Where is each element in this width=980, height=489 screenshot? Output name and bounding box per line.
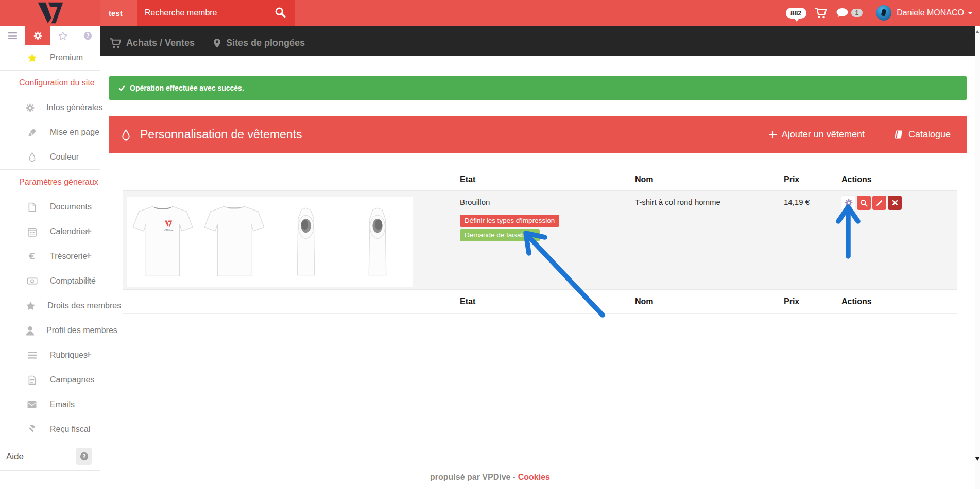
row-action-configure-button[interactable] — [841, 196, 855, 210]
gear-icon — [33, 31, 42, 40]
sidebar-heading-configuration: Configuration du site — [0, 70, 100, 95]
tab-settings[interactable] — [25, 26, 50, 45]
points-badge[interactable]: 882 — [786, 8, 806, 19]
demande-de-faisabilite-badge[interactable]: Demande de faisabilité — [460, 229, 540, 241]
sidebar-item-emails[interactable]: Emails — [0, 392, 100, 417]
cart-icon[interactable] — [815, 8, 827, 19]
cookies-link[interactable]: Cookies — [518, 473, 550, 481]
search-input[interactable] — [137, 0, 295, 26]
row-actions — [835, 191, 957, 289]
top-header: test 882 1 Daniele MONACO — [0, 0, 980, 26]
sidebar-heading-parametres: Paramètres géneraux — [0, 169, 100, 195]
tshirt-front-image: VPDive — [127, 197, 198, 287]
list-icon — [26, 352, 38, 359]
avatar[interactable] — [876, 5, 891, 21]
search-icon[interactable] — [274, 7, 286, 18]
plus-icon — [769, 131, 777, 138]
definir-types-impression-badge[interactable]: Définir les types d'impression — [460, 215, 559, 227]
user-name[interactable]: Daniele MONACO — [897, 8, 964, 18]
sidebar-item-mise-en-page[interactable]: Mise en page — [0, 120, 100, 145]
alert-text: Opération effectuée avec succès. — [130, 84, 244, 92]
row-action-view-button[interactable] — [857, 196, 871, 210]
help-button[interactable] — [76, 448, 92, 465]
sidebar-item-calendrier[interactable]: Calendrier — [0, 219, 100, 244]
sidebar-item-premium[interactable]: Premium — [0, 45, 100, 70]
breadcrumb-achats-ventes[interactable]: Achats / Ventes — [110, 38, 195, 48]
col-header-actions: Actions — [835, 172, 957, 190]
sidebar-item-tresorerie[interactable]: Trésorerie — [0, 244, 100, 269]
breadcrumb-sites-plongees[interactable]: Sites de plongées — [213, 38, 305, 48]
brush-icon — [26, 128, 38, 137]
sidebar-item-campagnes[interactable]: Campagnes — [0, 368, 100, 392]
star-icon — [26, 301, 36, 310]
star-icon — [58, 31, 67, 40]
page-footer: propulsé par VPDive - Cookies — [0, 473, 980, 482]
sidebar-tabstrip — [0, 26, 100, 45]
tshirt-logo-text: VPDive — [164, 229, 173, 232]
col-footer-nom: Nom — [629, 290, 778, 313]
add-garment-button[interactable]: Ajouter un vêtement — [766, 129, 868, 141]
sidebar: Premium Configuration du site Infos géné… — [0, 45, 100, 469]
tab-favorites[interactable] — [50, 26, 76, 45]
book-icon — [893, 130, 903, 139]
search-icon — [860, 199, 868, 207]
question-icon — [80, 452, 89, 461]
sidebar-item-comptabilite[interactable]: Comptabilité — [0, 269, 100, 293]
sidebar-item-droits-membres[interactable]: Droits des membres — [0, 293, 100, 318]
sidebar-item-infos-generales[interactable]: Infos générales — [0, 95, 100, 120]
breadcrumb: Achats / Ventes Sites de plongées — [100, 26, 975, 56]
sidebar-item-recu-fiscal[interactable]: Reçu fiscal — [0, 417, 100, 442]
col-header-prix: Prix — [778, 172, 835, 190]
status-text: Brouillon — [460, 198, 490, 206]
product-name: T-shirt à col rond homme — [629, 191, 778, 289]
scroll-down-icon[interactable] — [975, 457, 979, 461]
delete-icon — [892, 200, 898, 206]
gavel-icon — [26, 425, 38, 434]
file-icon — [26, 202, 38, 212]
person-icon — [26, 326, 35, 336]
sidebar-help-row: Aide — [0, 442, 100, 471]
messages-count-badge: 1 — [851, 9, 863, 17]
table-footer-row: Etat Nom Prix Actions — [123, 290, 957, 314]
etat-cell: Brouillon Définir les types d'impression… — [454, 191, 629, 289]
powered-by-text: propulsé par VPDive - — [430, 473, 515, 481]
tab-menu[interactable] — [0, 26, 25, 45]
caret-down-icon[interactable] — [968, 12, 973, 14]
tshirt-side-right-image — [270, 197, 341, 287]
check-icon — [118, 85, 125, 91]
vertical-scrollbar[interactable] — [975, 26, 980, 489]
star-icon — [26, 53, 38, 62]
main-content: Opération effectuée avec succès. Personn… — [100, 56, 975, 489]
product-price: 14,19 € — [778, 191, 835, 289]
envelope-icon — [26, 401, 38, 408]
col-footer-etat: Etat — [454, 290, 629, 313]
app-logo[interactable] — [0, 0, 100, 26]
table-header-row: Etat Nom Prix Actions — [123, 172, 957, 191]
member-search — [137, 0, 295, 26]
garments-table: Etat Nom Prix Actions — [123, 172, 957, 314]
sidebar-item-couleur[interactable]: Couleur — [0, 145, 100, 169]
sidebar-item-documents[interactable]: Documents — [0, 195, 100, 219]
site-name-label[interactable]: test — [100, 0, 137, 26]
panel-header: Personnalisation de vêtements Ajouter un… — [109, 116, 967, 153]
chat-icon — [836, 8, 849, 18]
droplet-icon — [26, 152, 38, 162]
sidebar-item-rubriques[interactable]: Rubriques — [0, 343, 100, 368]
catalog-button[interactable]: Catalogue — [890, 129, 954, 141]
tshirt-back-image — [198, 197, 270, 287]
scroll-up-icon[interactable] — [975, 30, 979, 33]
sidebar-item-profil-membres[interactable]: Profil des membres — [0, 318, 100, 343]
col-header-nom: Nom — [629, 172, 778, 190]
header-right-cluster: 882 1 Daniele MONACO — [786, 5, 980, 21]
table-row: VPDive — [123, 191, 957, 290]
pencil-icon — [875, 199, 883, 207]
help-icon — [83, 31, 92, 40]
messages-widget[interactable]: 1 — [836, 8, 863, 18]
tab-help[interactable] — [75, 26, 100, 45]
success-alert: Opération effectuée avec succès. — [109, 76, 967, 100]
panel-body: Etat Nom Prix Actions — [109, 153, 967, 337]
row-action-delete-button[interactable] — [888, 196, 902, 210]
row-action-edit-button[interactable] — [872, 196, 886, 210]
help-label[interactable]: Aide — [6, 451, 24, 462]
gear-icon — [26, 103, 35, 112]
